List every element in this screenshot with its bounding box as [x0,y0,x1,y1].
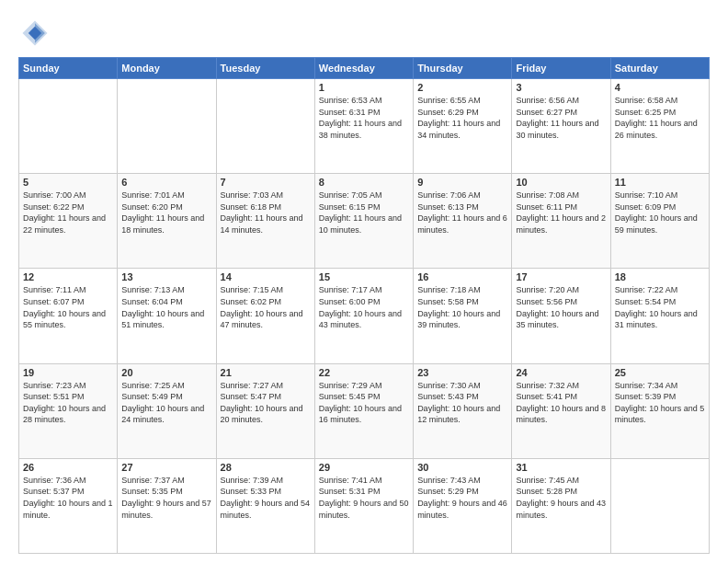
day-number: 12 [23,271,113,282]
calendar-cell: 13 Sunrise: 7:13 AMSunset: 6:04 PMDaylig… [118,269,216,363]
calendar-cell [216,79,314,174]
day-number: 17 [516,271,606,282]
calendar-cell: 4 Sunrise: 6:58 AMSunset: 6:25 PMDayligh… [610,79,709,174]
day-number: 19 [23,367,113,378]
day-number: 14 [221,271,311,282]
day-number: 4 [615,82,705,93]
day-info: Sunrise: 7:32 AMSunset: 5:41 PMDaylight:… [516,380,606,426]
calendar-cell: 7 Sunrise: 7:03 AMSunset: 6:18 PMDayligh… [216,174,314,269]
calendar-cell: 21 Sunrise: 7:27 AMSunset: 5:47 PMDaylig… [216,363,314,458]
day-info: Sunrise: 7:43 AMSunset: 5:29 PMDaylight:… [417,475,507,521]
day-info: Sunrise: 7:36 AMSunset: 5:37 PMDaylight:… [23,475,113,521]
day-number: 24 [516,367,606,378]
weekday-header-saturday: Saturday [610,58,709,79]
weekday-header-monday: Monday [118,58,216,79]
calendar-cell: 8 Sunrise: 7:05 AMSunset: 6:15 PMDayligh… [314,174,413,269]
calendar-cell: 25 Sunrise: 7:34 AMSunset: 5:39 PMDaylig… [610,363,709,458]
calendar-cell: 5 Sunrise: 7:00 AMSunset: 6:22 PMDayligh… [19,174,118,269]
day-number: 30 [417,462,507,473]
page: SundayMondayTuesdayWednesdayThursdayFrid… [0,0,728,563]
calendar-cell: 28 Sunrise: 7:39 AMSunset: 5:33 PMDaylig… [216,458,314,553]
day-info: Sunrise: 7:11 AMSunset: 6:07 PMDaylight:… [23,284,113,330]
calendar-cell: 18 Sunrise: 7:22 AMSunset: 5:54 PMDaylig… [610,269,709,363]
day-info: Sunrise: 7:17 AMSunset: 6:00 PMDaylight:… [319,284,409,330]
weekday-header-wednesday: Wednesday [314,58,413,79]
weekday-header-thursday: Thursday [414,58,512,79]
day-number: 1 [319,82,409,93]
day-info: Sunrise: 6:58 AMSunset: 6:25 PMDaylight:… [615,95,705,141]
day-number: 20 [121,367,211,378]
calendar-cell: 3 Sunrise: 6:56 AMSunset: 6:27 PMDayligh… [512,79,610,174]
day-info: Sunrise: 7:29 AMSunset: 5:45 PMDaylight:… [319,380,409,426]
day-info: Sunrise: 7:00 AMSunset: 6:22 PMDaylight:… [23,190,113,236]
weekday-header-friday: Friday [512,58,610,79]
day-number: 15 [319,271,409,282]
calendar-cell: 12 Sunrise: 7:11 AMSunset: 6:07 PMDaylig… [19,269,118,363]
day-number: 31 [516,462,606,473]
calendar-week-1: 1 Sunrise: 6:53 AMSunset: 6:31 PMDayligh… [19,79,710,174]
day-number: 3 [516,82,606,93]
day-info: Sunrise: 7:15 AMSunset: 6:02 PMDaylight:… [221,284,311,330]
logo [18,17,57,50]
day-info: Sunrise: 7:13 AMSunset: 6:04 PMDaylight:… [121,284,211,330]
calendar-cell: 27 Sunrise: 7:37 AMSunset: 5:35 PMDaylig… [118,458,216,553]
calendar-cell: 14 Sunrise: 7:15 AMSunset: 6:02 PMDaylig… [216,269,314,363]
day-number: 5 [23,177,113,188]
calendar-cell: 30 Sunrise: 7:43 AMSunset: 5:29 PMDaylig… [414,458,512,553]
day-number: 2 [417,82,507,93]
calendar-cell [610,458,709,553]
day-info: Sunrise: 7:08 AMSunset: 6:11 PMDaylight:… [516,190,606,236]
day-info: Sunrise: 7:27 AMSunset: 5:47 PMDaylight:… [221,380,311,426]
calendar-cell: 16 Sunrise: 7:18 AMSunset: 5:58 PMDaylig… [414,269,512,363]
calendar-cell: 29 Sunrise: 7:41 AMSunset: 5:31 PMDaylig… [314,458,413,553]
day-number: 8 [319,177,409,188]
calendar-cell: 9 Sunrise: 7:06 AMSunset: 6:13 PMDayligh… [414,174,512,269]
day-info: Sunrise: 7:34 AMSunset: 5:39 PMDaylight:… [615,380,705,426]
calendar-cell: 6 Sunrise: 7:01 AMSunset: 6:20 PMDayligh… [118,174,216,269]
logo-icon [18,17,51,50]
day-number: 10 [516,177,606,188]
day-info: Sunrise: 7:23 AMSunset: 5:51 PMDaylight:… [23,380,113,426]
calendar-week-4: 19 Sunrise: 7:23 AMSunset: 5:51 PMDaylig… [19,363,710,458]
header [18,17,710,50]
day-number: 26 [23,462,113,473]
day-number: 9 [417,177,507,188]
calendar-week-5: 26 Sunrise: 7:36 AMSunset: 5:37 PMDaylig… [19,458,710,553]
calendar-cell [118,79,216,174]
weekday-header-row: SundayMondayTuesdayWednesdayThursdayFrid… [19,58,710,79]
day-info: Sunrise: 6:56 AMSunset: 6:27 PMDaylight:… [516,95,606,141]
day-number: 28 [221,462,311,473]
calendar-cell: 22 Sunrise: 7:29 AMSunset: 5:45 PMDaylig… [314,363,413,458]
day-info: Sunrise: 7:05 AMSunset: 6:15 PMDaylight:… [319,190,409,236]
calendar-week-3: 12 Sunrise: 7:11 AMSunset: 6:07 PMDaylig… [19,269,710,363]
day-number: 16 [417,271,507,282]
day-number: 21 [221,367,311,378]
day-info: Sunrise: 7:41 AMSunset: 5:31 PMDaylight:… [319,475,409,521]
day-number: 7 [221,177,311,188]
day-info: Sunrise: 7:30 AMSunset: 5:43 PMDaylight:… [417,380,507,426]
day-number: 11 [615,177,705,188]
day-number: 23 [417,367,507,378]
day-info: Sunrise: 7:06 AMSunset: 6:13 PMDaylight:… [417,190,507,236]
day-info: Sunrise: 7:25 AMSunset: 5:49 PMDaylight:… [121,380,211,426]
day-number: 27 [121,462,211,473]
calendar-cell: 24 Sunrise: 7:32 AMSunset: 5:41 PMDaylig… [512,363,610,458]
calendar-cell: 1 Sunrise: 6:53 AMSunset: 6:31 PMDayligh… [314,79,413,174]
calendar-cell [19,79,118,174]
day-number: 29 [319,462,409,473]
calendar-cell: 10 Sunrise: 7:08 AMSunset: 6:11 PMDaylig… [512,174,610,269]
weekday-header-sunday: Sunday [19,58,118,79]
day-number: 22 [319,367,409,378]
day-number: 18 [615,271,705,282]
calendar-table: SundayMondayTuesdayWednesdayThursdayFrid… [18,57,710,554]
day-info: Sunrise: 7:10 AMSunset: 6:09 PMDaylight:… [615,190,705,236]
day-info: Sunrise: 7:18 AMSunset: 5:58 PMDaylight:… [417,284,507,330]
day-info: Sunrise: 7:22 AMSunset: 5:54 PMDaylight:… [615,284,705,330]
calendar-cell: 23 Sunrise: 7:30 AMSunset: 5:43 PMDaylig… [414,363,512,458]
calendar-cell: 2 Sunrise: 6:55 AMSunset: 6:29 PMDayligh… [414,79,512,174]
calendar-cell: 26 Sunrise: 7:36 AMSunset: 5:37 PMDaylig… [19,458,118,553]
calendar-cell: 19 Sunrise: 7:23 AMSunset: 5:51 PMDaylig… [19,363,118,458]
calendar-cell: 31 Sunrise: 7:45 AMSunset: 5:28 PMDaylig… [512,458,610,553]
calendar-cell: 15 Sunrise: 7:17 AMSunset: 6:00 PMDaylig… [314,269,413,363]
day-info: Sunrise: 7:37 AMSunset: 5:35 PMDaylight:… [121,475,211,521]
